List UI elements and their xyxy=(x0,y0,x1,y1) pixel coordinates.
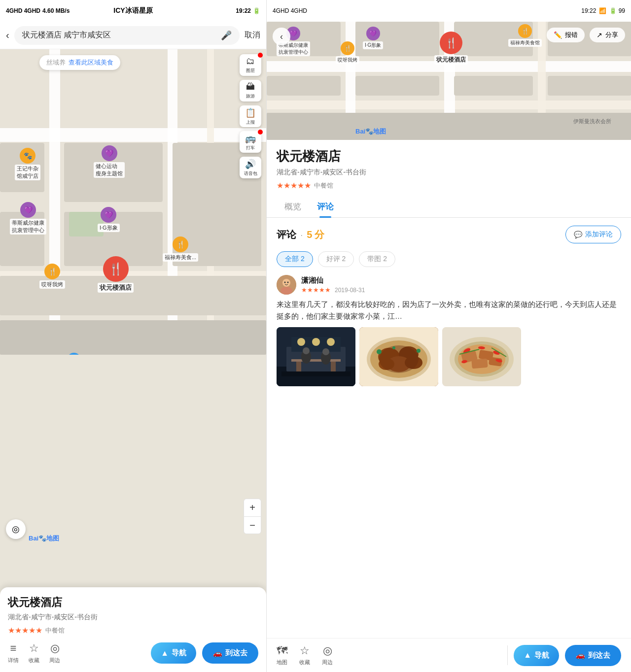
tab-reviews[interactable]: 评论 xyxy=(309,196,342,217)
poi-ig[interactable]: 💜 I·G形象 xyxy=(98,207,120,232)
tool-taxi-btn[interactable]: 🚌 打车 xyxy=(240,131,261,153)
stars-left: ★★★★★ xyxy=(8,626,42,635)
place-name-right: 状元楼酒店 xyxy=(277,148,621,165)
status-right-right: 19:22 📶 🔋 99 xyxy=(581,7,625,14)
svg-point-35 xyxy=(284,282,286,283)
back-button[interactable]: ‹ xyxy=(6,30,9,41)
nearby-action-left[interactable]: ◎ 周边 xyxy=(49,642,60,664)
poi-wangji[interactable]: 🐾 王记牛杂馆咸宁店 xyxy=(15,148,40,180)
svg-rect-45 xyxy=(291,359,341,362)
favorite-action-right[interactable]: ☆ 收藏 xyxy=(299,644,310,666)
map-back-button-right[interactable]: ‹ xyxy=(273,28,290,45)
zoom-out-button[interactable]: − xyxy=(244,516,261,534)
review-photos-1 xyxy=(277,327,621,386)
car-icon-right: 🚗 xyxy=(576,651,585,660)
poi-disi-label: 蒂斯威尔健康抗衰管理中心 xyxy=(10,219,46,235)
tool-report-btn[interactable]: 📋 上报 xyxy=(240,105,261,127)
filter-good[interactable]: 好评 2 xyxy=(318,251,354,267)
svg-rect-13 xyxy=(0,320,266,355)
tool-voice-btn[interactable]: 🔊 语音包 xyxy=(240,157,261,178)
nav-button-right[interactable]: ▲ 导航 xyxy=(514,645,559,666)
svg-rect-46 xyxy=(296,362,301,371)
place-header: 状元楼酒店 湖北省-咸宁市-咸安区-书台街 ★★★★★ 中餐馆 xyxy=(267,140,631,190)
favorite-label-left: 收藏 xyxy=(29,657,39,664)
map-action-right[interactable]: 🗺 地图 xyxy=(277,644,287,666)
poi-ig-label: I·G形象 xyxy=(98,224,120,232)
review-photo-2[interactable] xyxy=(359,327,438,386)
location-button[interactable]: ◎ xyxy=(6,519,26,539)
photo-svg-2 xyxy=(359,327,438,386)
poi-ig-icon: 💜 xyxy=(101,207,116,223)
poi-zhuangyuan[interactable]: 🍴 状元楼酒店 xyxy=(98,256,134,293)
poi-zhuangyuan-icon: 🍴 xyxy=(103,256,129,282)
status-left-right: 4GHD 4GHD xyxy=(273,7,307,14)
poi-ayawo[interactable]: 🍴 哎呀我烤 xyxy=(39,264,65,289)
right-poi-fulushou[interactable]: 🍴 福禄寿美食馆 xyxy=(508,24,542,47)
tool-report-label: 上报 xyxy=(246,119,255,126)
search-text: 状元楼酒店 咸宁市咸安区 xyxy=(22,30,217,40)
favorite-action-left[interactable]: ☆ 收藏 xyxy=(29,642,39,664)
tool-travel-btn[interactable]: 🏔 旅游 xyxy=(240,80,261,101)
goto-button-left[interactable]: 🚗 到这去 xyxy=(202,642,258,664)
review-item-1: 潇湘仙 ★★★★★ 2019-08-31 来这里有几天了，都没有比较好吃的，因为… xyxy=(277,275,621,386)
right-poi-ayawo[interactable]: 🍴 哎呀我烤 xyxy=(336,41,359,64)
right-map-actions: ✏️ 报错 ↗ 分享 xyxy=(547,28,625,42)
app-name: ICY冰语星原 xyxy=(113,6,152,15)
nav-icon-right: ▲ xyxy=(524,651,531,660)
stars-right: ★★★★★ xyxy=(277,181,311,190)
svg-point-33 xyxy=(282,279,290,287)
time-right: 19:22 xyxy=(581,7,596,14)
detail-action[interactable]: ≡ 详情 xyxy=(8,642,19,664)
region-link-text[interactable]: 查看此区域美食 xyxy=(69,58,113,67)
svg-rect-41 xyxy=(281,371,351,376)
battery-left: 🔋 xyxy=(253,7,260,14)
cancel-button[interactable]: 取消 xyxy=(245,30,260,40)
goto-button-right[interactable]: 🚗 到这去 xyxy=(565,645,621,666)
action-icons-left: ≡ 详情 ☆ 收藏 ◎ 周边 xyxy=(8,642,145,664)
reviews-score: 5 xyxy=(307,229,312,240)
tool-layers-btn[interactable]: 🗂 图层 xyxy=(240,54,261,76)
filter-all[interactable]: 全部 2 xyxy=(277,251,313,267)
right-poi-ig[interactable]: 💜 I·G形象 xyxy=(363,27,383,49)
nav-button-left[interactable]: ▲ 导航 xyxy=(151,642,196,664)
poi-disi[interactable]: 💜 蒂斯威尔健康抗衰管理中心 xyxy=(10,202,46,235)
poi-fulushou[interactable]: 🍴 福禄寿美食... xyxy=(163,236,198,262)
right-panel: 4GHD 4GHD 19:22 📶 🔋 99 xyxy=(266,0,631,672)
right-poi-ig-icon: 💜 xyxy=(366,27,380,40)
map-area-left[interactable]: 🚌 丝域养 查看此区域美食 🗂 图层 🏔 旅游 📋 上报 xyxy=(0,49,266,672)
layers-icon: 🗂 xyxy=(246,56,255,67)
add-review-button[interactable]: 💬 添加评论 xyxy=(565,226,621,243)
right-action-group: 🗺 地图 ☆ 收藏 ◎ 周边 xyxy=(277,644,501,666)
poi-fulushou-icon: 🍴 xyxy=(173,236,188,252)
svg-point-36 xyxy=(287,282,289,283)
baidu-icon-right: Bai🐾地图 xyxy=(355,128,386,135)
reviews-section: 评论 · 5 分 💬 添加评论 全部 2 好评 2 xyxy=(267,218,631,404)
svg-point-51 xyxy=(322,348,329,355)
tab-overview[interactable]: 概览 xyxy=(277,196,309,217)
zoom-in-button[interactable]: + xyxy=(244,499,261,516)
photo-svg-3 xyxy=(442,327,521,386)
favorite-icon-right: ☆ xyxy=(300,644,310,657)
svg-rect-27 xyxy=(267,76,341,96)
photo-svg-1 xyxy=(277,327,355,386)
add-review-icon: 💬 xyxy=(574,231,582,238)
poi-jiankang[interactable]: 💜 健心运动瘦身主题馆 xyxy=(94,145,125,178)
svg-rect-30 xyxy=(548,76,631,96)
filter-photo[interactable]: 带图 2 xyxy=(359,251,395,267)
nearby-icon-left: ◎ xyxy=(50,642,60,655)
right-map-preview[interactable]: ‹ ✏️ 报错 ↗ 分享 💜 蒂斯威尔健康抗衰管理中心 💜 I·G形象 🍴 福 xyxy=(267,22,631,140)
map-icon-right: 🗺 xyxy=(277,644,287,657)
region-link[interactable]: 丝域养 查看此区域美食 xyxy=(39,55,120,70)
report-error-btn[interactable]: ✏️ 报错 xyxy=(547,28,585,42)
right-poi-zhuangyuan[interactable]: 🍴 状元楼酒店 xyxy=(434,32,468,65)
review-photo-1[interactable] xyxy=(277,327,355,386)
separator-right xyxy=(507,645,508,665)
poi-fulushou-label: 福禄寿美食... xyxy=(163,253,198,262)
svg-point-34 xyxy=(280,287,292,295)
search-input-area[interactable]: 状元楼酒店 咸宁市咸安区 🎤 xyxy=(14,26,240,45)
review-photo-3[interactable] xyxy=(442,327,521,386)
share-btn[interactable]: ↗ 分享 xyxy=(590,28,625,42)
voice-icon[interactable]: 🎤 xyxy=(221,30,232,41)
nearby-action-right[interactable]: ◎ 周边 xyxy=(322,644,333,666)
poi-ayawo-label: 哎呀我烤 xyxy=(39,280,65,289)
